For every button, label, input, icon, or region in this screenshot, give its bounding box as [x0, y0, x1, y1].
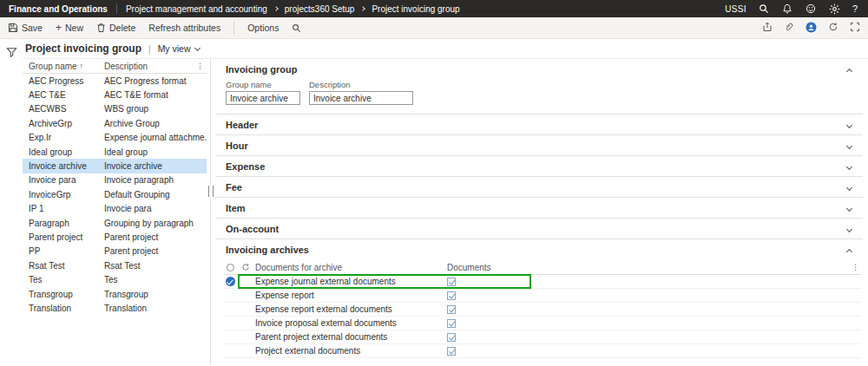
documents-checkbox[interactable]	[447, 347, 456, 356]
splitter-handle-icon[interactable]	[208, 186, 214, 197]
table-row[interactable]: Rsat TestRsat Test	[23, 258, 207, 272]
help-icon[interactable]: ?	[852, 3, 858, 14]
chevron-down-icon	[846, 122, 852, 128]
archive-row-selected[interactable]: Expense journal external documents	[224, 275, 861, 289]
page-title: Project invoicing group	[25, 42, 141, 55]
grid-options-icon[interactable]: ⋮	[852, 263, 859, 271]
archives-grid-header: Documents for archive Documents ⋮	[224, 260, 861, 275]
delete-button[interactable]: Delete	[96, 23, 135, 33]
documents-checkbox[interactable]	[447, 305, 456, 314]
table-row-selected[interactable]: Invoice archiveInvoice archive	[23, 159, 207, 173]
action-pane: Save + New Delete Refresh attributes Opt…	[0, 17, 868, 39]
view-switcher[interactable]: My view	[158, 43, 200, 54]
table-row[interactable]: AEC ProgressAEC Progress format	[23, 74, 207, 88]
table-row[interactable]: ParagraphGrouping by paragraph	[23, 216, 207, 230]
user-presence-icon[interactable]	[806, 22, 817, 35]
app-name[interactable]: Finance and Operations	[0, 4, 116, 14]
table-row[interactable]: TesTes	[23, 272, 207, 286]
section-item-row: Item	[215, 198, 863, 219]
table-row[interactable]: IP 1Invocie para	[23, 202, 207, 216]
column-header-description[interactable]: Description	[104, 62, 207, 71]
refresh-attributes-button[interactable]: Refresh attributes	[148, 23, 220, 33]
section-fee-row: Fee	[215, 177, 863, 198]
view-separator: |	[148, 44, 151, 54]
group-name-input[interactable]: Invoice archive	[226, 91, 300, 105]
archive-row[interactable]: Expense report	[224, 289, 861, 303]
save-button[interactable]: Save	[8, 23, 43, 33]
section-header-header[interactable]: Header	[215, 114, 863, 134]
description-input[interactable]: Invoice archive	[309, 91, 413, 105]
settings-gear-icon[interactable]	[829, 3, 840, 15]
share-icon[interactable]	[762, 22, 773, 34]
invoicing-group-fields: Group name Invoice archive Description I…	[215, 79, 863, 114]
panel-splitter[interactable]	[207, 59, 215, 365]
section-header-expense[interactable]: Expense	[215, 156, 863, 176]
sync-cell[interactable]	[241, 263, 255, 271]
chevron-down-icon	[846, 143, 852, 149]
documents-checkbox[interactable]	[447, 291, 456, 300]
notifications-bell-icon[interactable]	[782, 3, 793, 15]
table-row[interactable]: TranslationTranslation	[23, 301, 207, 315]
section-header-fee[interactable]: Fee	[215, 177, 863, 197]
breadcrumb-module[interactable]: Project management and accounting	[126, 4, 267, 14]
section-header-invoicing-archives[interactable]: Invoicing archives	[215, 239, 863, 259]
table-row[interactable]: InvoiceGrpDefault Grouping	[23, 187, 207, 201]
documents-checkbox[interactable]	[447, 278, 456, 286]
chevron-down-icon	[846, 206, 852, 212]
group-name-label: Group name	[226, 80, 300, 89]
plus-icon: +	[56, 23, 62, 32]
row-selected-check-icon[interactable]	[226, 277, 235, 286]
table-row[interactable]: PPParent project	[23, 245, 207, 258]
table-row[interactable]: AEC T&EAEC T&E format	[23, 88, 207, 101]
column-header-group-name[interactable]: Group name ↑	[23, 62, 104, 71]
group-list-grid: Group name ↑ Description ⋮ AEC ProgressA…	[23, 59, 207, 365]
breadcrumb-setup[interactable]: projects360 Setup	[285, 4, 355, 14]
new-button[interactable]: + New	[56, 23, 83, 33]
archive-row[interactable]: Expense report external documents	[224, 303, 861, 317]
refresh-icon[interactable]	[828, 22, 838, 34]
section-header-invoicing-group[interactable]: Invoicing group	[215, 59, 863, 79]
archive-row[interactable]: Invoice proposal external documents	[224, 317, 861, 330]
chevron-down-icon	[194, 44, 201, 50]
save-icon	[8, 23, 18, 33]
sync-icon	[241, 263, 250, 271]
chevron-right-icon	[361, 6, 366, 11]
table-row[interactable]: Invoice paraInvoice paragraph	[23, 173, 207, 187]
section-header-on-account[interactable]: On-account	[215, 219, 863, 239]
archive-row[interactable]: Parent project external documents	[224, 330, 861, 344]
search-icon[interactable]	[759, 3, 770, 15]
table-row[interactable]: TransgroupTransgroup	[23, 287, 207, 301]
table-row[interactable]: Ideal groupIdeal group	[23, 145, 207, 159]
documents-checkbox[interactable]	[447, 333, 456, 342]
filter-sidebar	[0, 39, 23, 365]
content-area: Project invoicing group | My view Group …	[0, 39, 868, 365]
options-button[interactable]: Options	[247, 23, 279, 33]
column-options-icon[interactable]: ⋮	[196, 62, 204, 70]
archive-row[interactable]: Project external documents	[224, 344, 861, 358]
section-header-item[interactable]: Item	[215, 198, 863, 218]
attachments-icon[interactable]	[784, 22, 794, 34]
feedback-smiley-icon[interactable]	[806, 3, 817, 15]
documents-checkbox[interactable]	[447, 319, 456, 328]
page-header: Project invoicing group | My view	[23, 39, 868, 59]
archives-grid: Documents for archive Documents ⋮ Expens…	[224, 260, 861, 358]
expand-window-icon[interactable]	[850, 22, 860, 34]
table-row[interactable]: AECWBSWBS group	[23, 102, 207, 116]
table-row[interactable]: ArchiveGrpArchive Group	[23, 116, 207, 130]
column-header-documents-for-archive[interactable]: Documents for archive	[255, 263, 447, 272]
column-header-documents[interactable]: Documents	[447, 263, 861, 272]
select-all-circle-icon[interactable]	[227, 264, 234, 271]
table-row[interactable]: Parent projectParent project	[23, 230, 207, 244]
table-row[interactable]: Exp.IrExpense journal attachme...	[23, 131, 207, 145]
filter-funnel-icon[interactable]	[6, 47, 17, 60]
section-invoicing-archives: Invoicing archives Documents for archive…	[215, 239, 863, 358]
breadcrumb-page[interactable]: Project invoicing group	[372, 4, 459, 14]
company-picker[interactable]: USSI	[725, 4, 746, 14]
section-header-hour[interactable]: Hour	[215, 135, 863, 155]
description-field-group: Description Invoice archive	[309, 80, 413, 105]
actionpane-search-icon[interactable]	[292, 23, 301, 33]
chevron-up-icon	[846, 69, 852, 75]
panels: Group name ↑ Description ⋮ AEC ProgressA…	[23, 59, 868, 365]
select-all-cell[interactable]	[224, 264, 241, 271]
topbar-divider	[116, 3, 117, 14]
